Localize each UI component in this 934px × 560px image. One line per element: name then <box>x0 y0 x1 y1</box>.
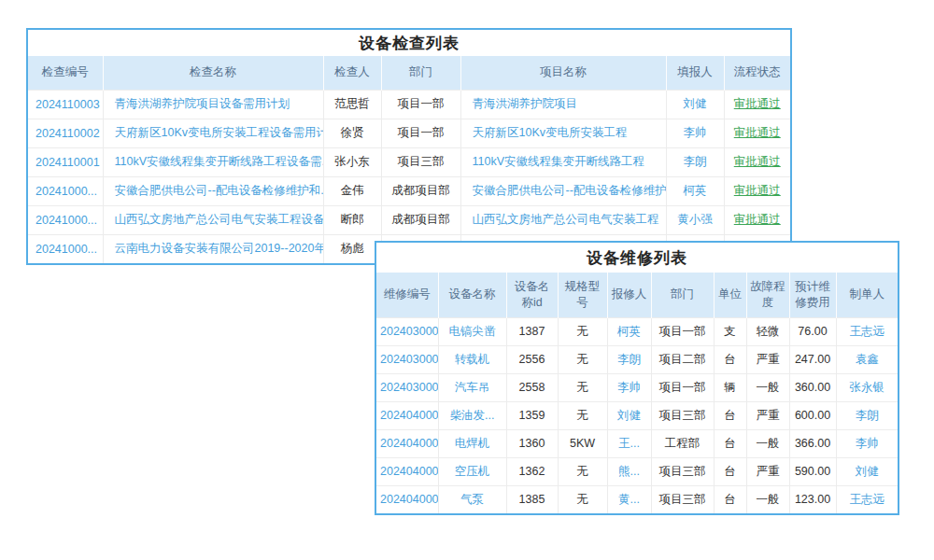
cell-inspection-id[interactable]: 2024110002 <box>28 119 103 147</box>
cell-equipment-id: 2558 <box>506 373 558 401</box>
cell-status[interactable]: 审批通过 <box>724 205 790 234</box>
cell-reporter[interactable]: 黄小强 <box>666 205 724 234</box>
cell-estimated-cost: 366.00 <box>789 429 836 457</box>
cell-inspection-name[interactable]: 安徽合肥供电公司--配电设备检修维护和... <box>103 176 323 205</box>
cell-equipment-id: 1359 <box>506 401 558 429</box>
cell-status[interactable]: 审批通过 <box>724 176 790 205</box>
cell-inspection-name[interactable]: 云南电力设备安装有限公司2019--2020年... <box>103 234 323 263</box>
cell-reporter[interactable]: 李帅 <box>666 119 724 147</box>
cell-inspector: 徐贤 <box>323 119 381 147</box>
cell-estimated-cost: 76.00 <box>789 317 836 345</box>
cell-creator[interactable]: 张永银 <box>836 373 898 401</box>
inspection-row: 2024110003青海洪湖养护院项目设备需用计划范思哲项目一部青海洪湖养护院项… <box>28 90 790 119</box>
cell-department: 项目三部 <box>381 147 460 176</box>
cell-creator[interactable]: 王志远 <box>836 485 898 513</box>
cell-repair-id[interactable]: 2024030003 <box>376 373 438 401</box>
cell-reporter[interactable]: 李朗 <box>666 147 724 176</box>
cell-status[interactable]: 审批通过 <box>724 119 790 147</box>
cell-department: 工程部 <box>651 429 714 457</box>
cell-status[interactable]: 审批通过 <box>724 147 790 176</box>
cell-equipment-name[interactable]: 电焊机 <box>438 429 506 457</box>
cell-inspector: 张小东 <box>323 147 381 176</box>
cell-equipment-id: 1387 <box>506 317 558 345</box>
cell-inspection-id[interactable]: 20241000... <box>28 205 103 234</box>
cell-inspection-name[interactable]: 山西弘文房地产总公司电气安装工程设备... <box>103 205 323 234</box>
col-department: 部门 <box>381 56 460 90</box>
cell-creator[interactable]: 刘健 <box>836 457 898 485</box>
cell-department: 项目二部 <box>651 345 714 373</box>
cell-creator[interactable]: 李帅 <box>836 429 898 457</box>
cell-repair-id[interactable]: 2024040004 <box>376 485 438 513</box>
cell-unit: 台 <box>714 457 746 485</box>
cell-repair-id[interactable]: 2024040003 <box>376 457 438 485</box>
inspection-header-row: 检查编号检查名称检查人部门项目名称填报人流程状态 <box>28 56 790 90</box>
cell-department: 项目一部 <box>381 119 460 147</box>
cell-inspection-id[interactable]: 2024110003 <box>28 90 103 119</box>
cell-reporter[interactable]: 柯英 <box>666 176 724 205</box>
inspection-row: 20241000...山西弘文房地产总公司电气安装工程设备...断郎成都项目部山… <box>28 205 790 234</box>
cell-equipment-name[interactable]: 空压机 <box>438 457 506 485</box>
cell-estimated-cost: 600.00 <box>789 401 836 429</box>
cell-fault-level: 一般 <box>746 429 789 457</box>
cell-department: 项目三部 <box>651 457 714 485</box>
cell-project-name[interactable]: 安徽合肥供电公司--配电设备检修维护... <box>460 176 666 205</box>
cell-unit: 支 <box>714 317 746 345</box>
repair-row: 2024040002电焊机13605KW王...工程部台一般366.00李帅 <box>376 429 898 457</box>
cell-equipment-id: 1360 <box>506 429 558 457</box>
cell-repair-reporter[interactable]: 王... <box>607 429 651 457</box>
cell-project-name[interactable]: 青海洪湖养护院项目 <box>460 90 666 119</box>
cell-creator[interactable]: 王志远 <box>836 317 898 345</box>
cell-equipment-name[interactable]: 电镐尖凿 <box>438 317 506 345</box>
cell-inspection-id[interactable]: 20241000... <box>28 176 103 205</box>
cell-status[interactable]: 审批通过 <box>724 90 790 119</box>
cell-project-name[interactable]: 山西弘文房地产总公司电气安装工程 <box>460 205 666 234</box>
cell-creator[interactable]: 袁鑫 <box>836 345 898 373</box>
cell-unit: 辆 <box>714 373 746 401</box>
cell-spec-model: 无 <box>558 345 607 373</box>
cell-project-name[interactable]: 天府新区10Kv变电所安装工程 <box>460 119 666 147</box>
cell-repair-reporter[interactable]: 李帅 <box>607 373 651 401</box>
cell-equipment-name[interactable]: 汽车吊 <box>438 373 506 401</box>
repair-header-row: 维修编号设备名称设备名称id规格型号报修人部门单位故障程度预计维修费用制单人 <box>376 273 898 317</box>
cell-repair-id[interactable]: 2024030001 <box>376 317 438 345</box>
cell-inspector: 杨彪 <box>323 234 381 263</box>
cell-department: 项目一部 <box>381 90 460 119</box>
cell-unit: 台 <box>714 485 746 513</box>
cell-unit: 台 <box>714 401 746 429</box>
col-unit: 单位 <box>714 273 746 317</box>
inspection-row: 2024110001110kV安徽线程集变开断线路工程设备需...张小东项目三部… <box>28 147 790 176</box>
cell-department: 项目三部 <box>651 485 714 513</box>
cell-repair-id[interactable]: 2024040001 <box>376 401 438 429</box>
cell-creator[interactable]: 李朗 <box>836 401 898 429</box>
cell-equipment-name[interactable]: 柴油发... <box>438 401 506 429</box>
cell-inspection-id[interactable]: 2024110001 <box>28 147 103 176</box>
cell-estimated-cost: 360.00 <box>789 373 836 401</box>
inspection-row: 20241000...安徽合肥供电公司--配电设备检修维护和...金伟成都项目部… <box>28 176 790 205</box>
cell-inspection-name[interactable]: 青海洪湖养护院项目设备需用计划 <box>103 90 323 119</box>
col-inspection-name: 检查名称 <box>103 56 323 90</box>
cell-repair-reporter[interactable]: 李朗 <box>607 345 651 373</box>
cell-fault-level: 一般 <box>746 373 789 401</box>
cell-repair-reporter[interactable]: 刘健 <box>607 401 651 429</box>
cell-repair-id[interactable]: 2024030002 <box>376 345 438 373</box>
cell-repair-reporter[interactable]: 熊... <box>607 457 651 485</box>
cell-inspection-id[interactable]: 20241000... <box>28 234 103 263</box>
cell-inspection-name[interactable]: 天府新区10Kv变电所安装工程设备需用计划 <box>103 119 323 147</box>
col-equipment-id: 设备名称id <box>506 273 558 317</box>
cell-inspection-name[interactable]: 110kV安徽线程集变开断线路工程设备需... <box>103 147 323 176</box>
cell-equipment-name[interactable]: 气泵 <box>438 485 506 513</box>
repair-table-title: 设备维修列表 <box>376 243 898 273</box>
repair-row: 2024040001柴油发...1359无刘健项目三部台严重600.00李朗 <box>376 401 898 429</box>
col-repair-reporter: 报修人 <box>607 273 651 317</box>
cell-repair-reporter[interactable]: 柯英 <box>607 317 651 345</box>
cell-repair-reporter[interactable]: 黄... <box>607 485 651 513</box>
repair-table-body: 2024030001电镐尖凿1387无柯英项目一部支轻微76.00王志远2024… <box>376 317 898 513</box>
cell-equipment-name[interactable]: 转载机 <box>438 345 506 373</box>
col-equipment-name: 设备名称 <box>438 273 506 317</box>
cell-project-name[interactable]: 110kV安徽线程集变开断线路工程 <box>460 147 666 176</box>
cell-repair-id[interactable]: 2024040002 <box>376 429 438 457</box>
cell-inspector: 断郎 <box>323 205 381 234</box>
cell-spec-model: 无 <box>558 485 607 513</box>
cell-reporter[interactable]: 刘健 <box>666 90 724 119</box>
cell-inspector: 金伟 <box>323 176 381 205</box>
